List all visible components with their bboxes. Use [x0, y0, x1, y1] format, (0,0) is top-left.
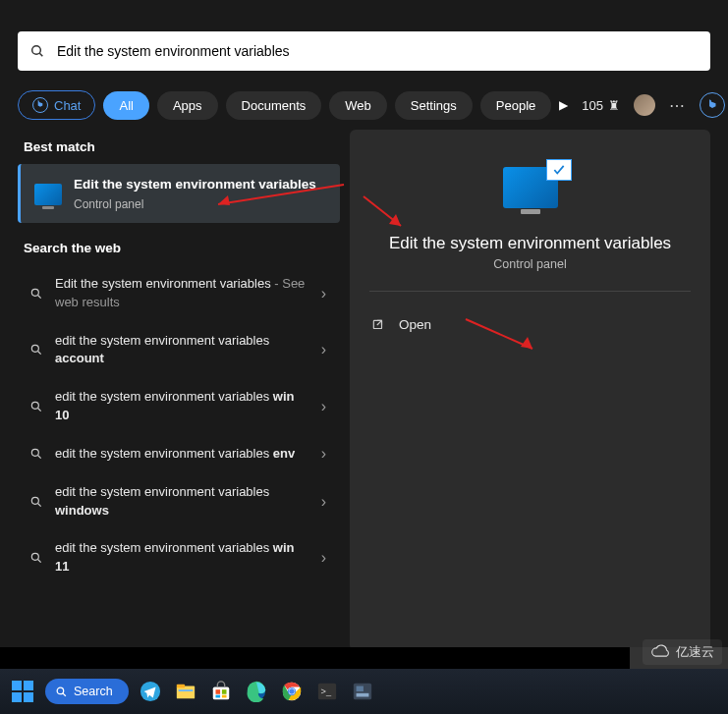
search-icon — [55, 686, 68, 698]
taskbar-search-button[interactable]: Search — [45, 679, 129, 704]
svg-line-7 — [38, 352, 41, 355]
web-results-list: Edit the system environment variables - … — [18, 265, 340, 586]
tab-documents[interactable]: Documents — [226, 91, 322, 120]
web-search-heading: Search the web — [24, 241, 340, 255]
taskbar-telegram-icon[interactable] — [137, 678, 164, 705]
web-result-item[interactable]: edit the system environment variables wi… — [18, 473, 340, 530]
preview-title: Edit the system environment variables — [369, 234, 691, 253]
svg-point-4 — [31, 289, 38, 296]
svg-rect-28 — [212, 687, 229, 699]
preview-app-icon — [503, 167, 558, 208]
svg-point-10 — [31, 450, 38, 457]
trophy-icon: ♜ — [608, 98, 620, 113]
best-match-title: Edit the system environment variables — [74, 176, 316, 194]
web-result-item[interactable]: edit the system environment variables wi… — [18, 529, 340, 586]
taskbar-store-icon[interactable] — [207, 678, 235, 705]
svg-rect-29 — [215, 689, 220, 694]
chevron-right-icon: › — [321, 285, 332, 302]
taskbar-search-label: Search — [74, 685, 113, 698]
search-icon — [29, 551, 43, 565]
tab-apps[interactable]: Apps — [157, 91, 218, 120]
svg-rect-32 — [222, 695, 227, 698]
more-icon[interactable]: ⋯ — [669, 96, 686, 115]
svg-marker-21 — [521, 337, 532, 349]
search-icon — [29, 343, 43, 357]
points-value: 105 — [582, 98, 603, 113]
web-result-item[interactable]: Edit the system environment variables - … — [18, 265, 340, 322]
svg-text:>_: >_ — [320, 687, 331, 696]
web-result-item[interactable]: edit the system environment variables wi… — [18, 378, 340, 435]
watermark-text: 亿速云 — [676, 643, 714, 661]
svg-rect-27 — [178, 689, 193, 691]
play-icon[interactable]: ▶ — [559, 98, 568, 112]
web-result-text: edit the system environment variables wi… — [55, 539, 309, 577]
svg-line-23 — [63, 693, 66, 696]
results-column: Best match Edit the system environment v… — [18, 130, 340, 651]
web-result-item[interactable]: edit the system environment variables ac… — [18, 322, 340, 379]
bing-chat-icon — [32, 97, 48, 113]
svg-rect-26 — [176, 685, 184, 688]
control-panel-icon — [34, 184, 62, 205]
svg-line-19 — [377, 320, 382, 325]
web-result-item[interactable]: edit the system environment variables en… — [18, 435, 340, 473]
cloud-icon — [650, 644, 672, 660]
best-match-result[interactable]: Edit the system environment variables Co… — [18, 164, 340, 223]
svg-line-13 — [38, 503, 41, 506]
web-result-text: edit the system environment variables ac… — [55, 332, 309, 369]
svg-point-39 — [289, 688, 295, 694]
user-avatar[interactable] — [634, 94, 655, 116]
search-icon — [29, 495, 43, 509]
taskbar-terminal-icon[interactable]: >_ — [313, 678, 341, 705]
open-label: Open — [399, 317, 431, 332]
start-button[interactable] — [8, 677, 37, 706]
web-result-text: Edit the system environment variables - … — [55, 275, 309, 312]
svg-point-8 — [31, 402, 38, 409]
search-icon — [29, 43, 45, 59]
tab-people[interactable]: People — [480, 91, 551, 120]
chevron-right-icon: › — [321, 398, 332, 415]
tab-settings[interactable]: Settings — [395, 91, 473, 120]
svg-point-12 — [31, 497, 38, 504]
best-match-subtitle: Control panel — [74, 197, 316, 211]
svg-point-6 — [31, 346, 38, 353]
verified-badge-icon — [546, 159, 572, 181]
search-icon — [29, 287, 43, 301]
chevron-right-icon: › — [321, 341, 332, 358]
svg-line-20 — [466, 319, 532, 349]
preview-panel: Edit the system environment variables Co… — [350, 130, 710, 651]
web-result-text: edit the system environment variables wi… — [55, 483, 309, 521]
bottom-strip — [0, 647, 630, 669]
rewards-points[interactable]: 105 ♜ — [582, 98, 620, 113]
search-box[interactable]: Edit the system environment variables — [18, 31, 710, 71]
open-action[interactable]: Open — [369, 311, 691, 338]
preview-subtitle: Control panel — [369, 257, 691, 271]
taskbar: Search >_ — [0, 669, 728, 714]
search-query-text: Edit the system environment variables — [57, 43, 290, 59]
svg-point-14 — [31, 554, 38, 561]
filter-row: Chat All Apps Documents Web Settings Peo… — [0, 81, 728, 130]
svg-line-15 — [38, 560, 41, 563]
svg-point-0 — [32, 46, 41, 55]
bing-icon[interactable] — [700, 92, 725, 118]
taskbar-edge-icon[interactable] — [243, 678, 270, 705]
divider — [369, 291, 691, 292]
watermark: 亿速云 — [643, 639, 722, 665]
chat-button[interactable]: Chat — [18, 90, 95, 120]
web-result-text: edit the system environment variables wi… — [55, 388, 309, 425]
open-external-icon — [371, 318, 385, 332]
chat-label: Chat — [54, 98, 81, 113]
svg-point-22 — [57, 687, 63, 694]
svg-rect-30 — [222, 689, 227, 694]
chevron-right-icon: › — [321, 445, 332, 463]
taskbar-app-icon[interactable] — [349, 678, 376, 705]
svg-rect-43 — [356, 687, 363, 692]
svg-line-5 — [38, 295, 41, 298]
tab-all[interactable]: All — [103, 91, 148, 120]
taskbar-explorer-icon[interactable] — [172, 678, 199, 705]
svg-line-9 — [38, 409, 41, 412]
taskbar-chrome-icon[interactable] — [278, 678, 306, 705]
svg-line-11 — [38, 456, 41, 459]
chevron-right-icon: › — [321, 493, 332, 511]
tab-web[interactable]: Web — [329, 91, 387, 120]
web-result-text: edit the system environment variables en… — [55, 445, 309, 464]
